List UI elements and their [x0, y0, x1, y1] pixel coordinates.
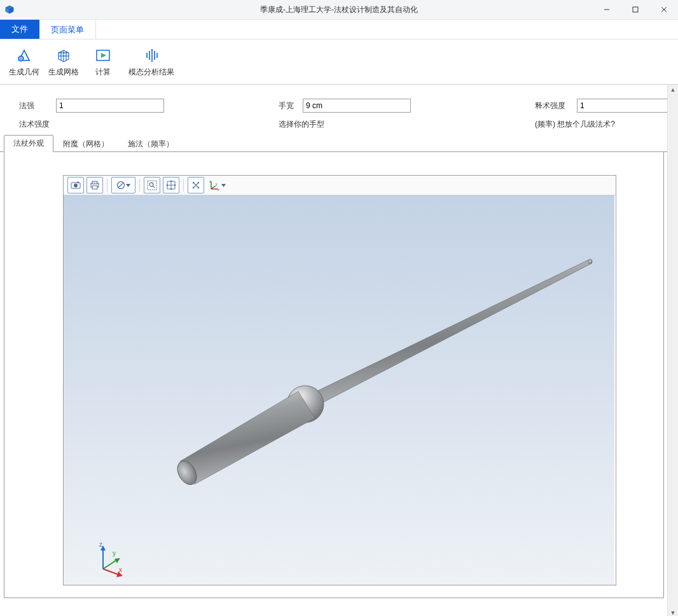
calculate-icon — [94, 46, 112, 64]
param-label: 释术强度 — [535, 101, 572, 111]
svg-point-24 — [74, 184, 78, 188]
maximize-button[interactable] — [621, 0, 649, 19]
viewer-wrap: z y x — [63, 175, 616, 585]
zoom-box-icon — [147, 180, 157, 190]
viewer-panel: z y x — [4, 152, 664, 598]
close-button[interactable] — [649, 0, 678, 19]
svg-text:x: x — [218, 188, 219, 191]
svg-marker-54 — [221, 184, 226, 187]
modal-results-icon — [142, 46, 160, 64]
svg-marker-31 — [126, 184, 130, 187]
param-label: 手宽 — [279, 101, 298, 111]
svg-line-34 — [153, 186, 155, 188]
content-area: 法强 法术强度 手宽 选择你的手型 释术强度 (频率) 想放个几级法术? — [0, 85, 678, 616]
svg-line-50 — [211, 186, 216, 189]
param-input-hand-width[interactable] — [303, 99, 411, 113]
param-hand-width: 手宽 选择你的手型 — [279, 99, 411, 130]
forbid-dropdown[interactable] — [111, 177, 135, 193]
zoom-extents-button[interactable] — [163, 177, 179, 193]
zoom-extents-icon — [166, 180, 176, 190]
param-input-magic-power[interactable] — [56, 99, 164, 113]
app-icon — [4, 4, 15, 15]
toolbar-separator — [107, 179, 107, 192]
parameters-row: 法强 法术强度 手宽 选择你的手型 释术强度 (频率) 想放个几级法术? — [0, 85, 668, 135]
toolbar-separator — [139, 179, 140, 192]
svg-marker-16 — [101, 53, 106, 58]
menu-tab-file[interactable]: 文件 — [0, 20, 39, 39]
viewport-3d[interactable] — [64, 195, 614, 585]
ribbon: 生成几何 生成网格 计算 — [0, 39, 678, 85]
axis-orientation-dropdown[interactable]: z y x — [207, 177, 228, 193]
print-button[interactable] — [86, 177, 103, 193]
param-desc: 法术强度 — [19, 119, 164, 130]
zoom-box-button[interactable] — [144, 177, 160, 193]
ribbon-generate-geometry[interactable]: 生成几何 — [8, 46, 41, 78]
chevron-down-icon — [221, 183, 226, 188]
param-magic-power: 法强 法术强度 — [19, 99, 164, 130]
ribbon-modal-results[interactable]: 模态分析结果 — [126, 46, 177, 78]
menu-tab-page[interactable]: 页面菜单 — [39, 20, 96, 39]
scroll-up-arrow[interactable]: ▲ — [668, 85, 678, 95]
reset-view-icon — [191, 180, 201, 190]
toolbar-separator — [183, 179, 184, 192]
minimize-button[interactable] — [592, 0, 621, 19]
param-desc: (频率) 想放个几级法术? — [535, 119, 668, 130]
chevron-down-icon — [126, 183, 130, 188]
scroll-down-arrow[interactable]: ▼ — [668, 608, 678, 616]
svg-point-57 — [588, 259, 592, 264]
svg-rect-28 — [92, 186, 97, 189]
printer-icon — [90, 180, 100, 190]
ribbon-generate-mesh[interactable]: 生成网格 — [47, 46, 80, 78]
forbid-icon — [116, 181, 125, 190]
svg-text:z: z — [209, 179, 211, 183]
svg-line-30 — [118, 183, 123, 188]
subtab-cast[interactable]: 施法（频率） — [118, 136, 183, 152]
param-input-cast-strength[interactable] — [577, 99, 668, 113]
screenshot-button[interactable] — [67, 177, 84, 193]
ribbon-calculate[interactable]: 计算 — [86, 46, 120, 78]
svg-rect-25 — [77, 182, 79, 183]
reset-view-button[interactable] — [188, 177, 204, 193]
camera-icon — [71, 180, 81, 190]
svg-text:y: y — [216, 182, 218, 186]
param-cast-strength: 释术强度 (频率) 想放个几级法术? — [535, 99, 668, 130]
param-label: 法强 — [19, 101, 51, 111]
mesh-icon — [55, 46, 73, 64]
subtab-appearance[interactable]: 法杖外观 — [4, 135, 53, 152]
viewer-toolbar: z y x — [64, 176, 616, 195]
svg-rect-4 — [633, 7, 638, 12]
svg-point-8 — [18, 56, 24, 61]
title-bar: 季康成-上海理工大学-法杖设计制造及其自动化 — [0, 0, 678, 20]
axis-icon: z y x — [209, 179, 221, 191]
param-desc: 选择你的手型 — [279, 119, 411, 130]
window-controls — [592, 0, 678, 19]
sub-tabs: 法杖外观 附魔（网格） 施法（频率） — [0, 135, 668, 152]
subtab-enchant[interactable]: 附魔（网格） — [53, 136, 118, 152]
menu-tabbar: 文件 页面菜单 — [0, 20, 678, 39]
geometry-icon — [15, 46, 33, 64]
vertical-scrollbar[interactable]: ▲ ▼ — [667, 85, 678, 616]
window-title: 季康成-上海理工大学-法杖设计制造及其自动化 — [0, 4, 678, 15]
svg-rect-27 — [92, 181, 97, 184]
svg-rect-32 — [148, 181, 156, 190]
